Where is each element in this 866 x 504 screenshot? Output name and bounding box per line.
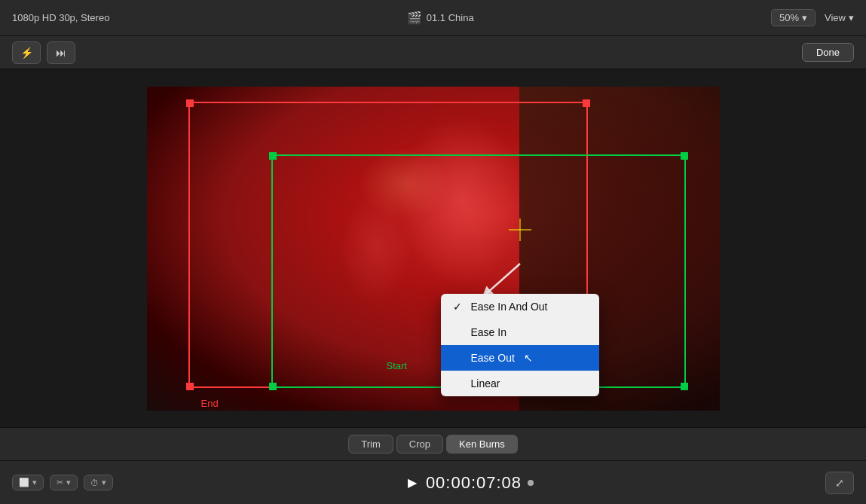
video-background xyxy=(147,87,720,411)
end-label: End xyxy=(201,398,219,409)
top-bar: 1080p HD 30p, Stereo 🎬 01.1 China 50% ▾ … xyxy=(0,0,866,36)
linear-label: Linear xyxy=(471,377,500,389)
project-title-area: 🎬 01.1 China xyxy=(407,11,474,25)
bottom-left: ⬜ ▾ ✂ ▾ ⏱ ▾ xyxy=(12,475,113,490)
ease-dropdown-menu: ✓ Ease In And Out Ease In Ease Out ↖ Lin… xyxy=(441,294,599,396)
transform-control[interactable]: ⬜ ▾ xyxy=(12,475,44,490)
view-chevron-icon: ▾ xyxy=(849,12,854,23)
lightning-icon: ⚡ xyxy=(20,47,33,59)
tab-trim[interactable]: Trim xyxy=(348,435,393,454)
ease-out-label: Ease Out xyxy=(471,352,515,364)
speed-control[interactable]: ⏱ ▾ xyxy=(84,475,113,490)
zoom-chevron-icon: ▾ xyxy=(802,12,807,23)
transform-icon: ⬜ xyxy=(19,478,29,487)
play-button[interactable]: ▶ xyxy=(408,475,417,490)
bottom-center: ▶ 00:00:07:08 xyxy=(408,473,531,493)
done-button[interactable]: Done xyxy=(802,43,854,62)
speed-chevron: ▾ xyxy=(102,478,106,487)
bottom-controls: ⬜ ▾ ✂ ▾ ⏱ ▾ ▶ 00:00:07:08 ⤢ xyxy=(0,460,866,504)
expand-button[interactable]: ⤢ xyxy=(825,472,854,494)
dropdown-item-ease-out[interactable]: Ease Out ↖ xyxy=(441,345,599,371)
tab-crop[interactable]: Crop xyxy=(396,435,443,454)
timecode: 00:00:07:08 xyxy=(426,473,522,493)
blade-icon: ✂ xyxy=(57,478,63,487)
speed-icon: ⏱ xyxy=(90,478,99,487)
project-title: 01.1 China xyxy=(427,12,474,23)
format-label: 1080p HD 30p, Stereo xyxy=(12,12,109,23)
view-button[interactable]: View ▾ xyxy=(825,12,854,23)
cursor-icon: ↖ xyxy=(524,352,533,364)
timeline-thumb[interactable] xyxy=(528,480,534,486)
check-icon: ✓ xyxy=(453,301,465,313)
ease-in-and-out-label: Ease In And Out xyxy=(471,301,548,313)
transform-chevron: ▾ xyxy=(32,478,37,487)
expand-icon: ⤢ xyxy=(835,477,844,489)
zoom-value: 50% xyxy=(779,12,799,23)
zoom-button[interactable]: 50% ▾ xyxy=(771,9,816,26)
lightning-button[interactable]: ⚡ xyxy=(12,41,41,64)
dropdown-item-ease-in-and-out[interactable]: ✓ Ease In And Out xyxy=(441,294,599,319)
step-forward-button[interactable]: ⏭ xyxy=(47,41,75,64)
video-area: Start End ✓ Ease In And Out Ease In Ease… xyxy=(0,69,866,427)
view-label: View xyxy=(825,12,846,23)
tab-ken-burns[interactable]: Ken Burns xyxy=(446,435,518,454)
dropdown-item-linear[interactable]: Linear xyxy=(441,371,599,396)
ease-in-label: Ease In xyxy=(471,326,506,338)
clapper-icon: 🎬 xyxy=(407,11,422,25)
blade-control[interactable]: ✂ ▾ xyxy=(50,475,78,490)
blade-chevron: ▾ xyxy=(66,478,71,487)
toolbar-left: ⚡ ⏭ xyxy=(12,41,75,64)
dropdown-item-ease-in[interactable]: Ease In xyxy=(441,319,599,345)
tab-bar: Trim Crop Ken Burns xyxy=(0,427,866,460)
bottom-right: ⤢ xyxy=(825,472,854,494)
video-frame: Start End ✓ Ease In And Out Ease In Ease… xyxy=(147,87,720,411)
start-label: Start xyxy=(387,360,407,371)
toolbar: ⚡ ⏭ Done xyxy=(0,36,866,69)
top-bar-right: 50% ▾ View ▾ xyxy=(771,9,854,26)
step-forward-icon: ⏭ xyxy=(56,47,66,59)
